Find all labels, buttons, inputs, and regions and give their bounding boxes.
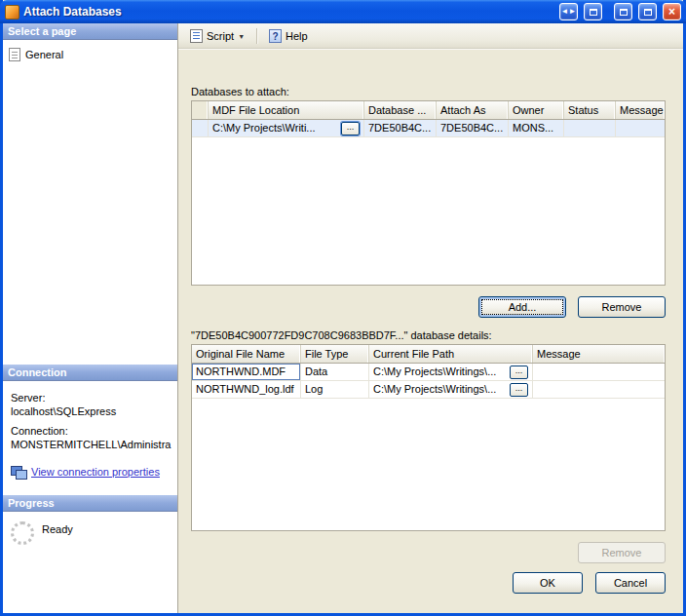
details-grid-empty-area (192, 399, 665, 530)
script-label: Script (207, 30, 234, 42)
progress-status: Ready (42, 521, 73, 535)
col-status: Status (564, 101, 616, 119)
mdf-file-location-cell: C:\My Projects\Writi... ... (209, 120, 364, 136)
close-button[interactable]: × (663, 3, 681, 20)
minimize-button[interactable] (614, 3, 632, 20)
col-current-file-path: Current File Path (369, 345, 533, 363)
toolbar: Script ▼ ? Help (178, 23, 683, 49)
connection-properties-icon (11, 466, 25, 478)
script-button[interactable]: Script ▼ (184, 26, 250, 46)
attach-as-cell[interactable]: 7DE50B4C... (437, 120, 509, 136)
main-body: Databases to attach: MDF File Location D… (178, 49, 683, 560)
details-table-row[interactable]: NORTHWND.MDF Data C:\My Projects\Writing… (192, 364, 665, 381)
attach-table-row[interactable]: C:\My Projects\Writi... ... 7DE50B4C... … (192, 120, 665, 137)
view-connection-properties-link[interactable]: View connection properties (31, 465, 160, 479)
sidebar-item-label: General (25, 49, 63, 60)
server-label: Server: (11, 391, 170, 404)
dock-arrows-button[interactable]: ◄► (559, 3, 578, 20)
details-table-row[interactable]: NORTHWND_log.ldf Log C:\My Projects\Writ… (192, 381, 665, 399)
attach-grid-empty-area (192, 137, 665, 285)
col-owner: Owner (509, 101, 564, 119)
maximize-button[interactable] (638, 3, 657, 20)
file-type-cell: Data (301, 364, 369, 380)
main-panel: Script ▼ ? Help Databases to attach: MDF… (178, 23, 683, 613)
status-cell (564, 120, 616, 136)
file-type-cell: Log (301, 381, 369, 398)
current-file-path-cell: C:\My Projects\Writings\... ... (369, 381, 533, 398)
toolbar-separator (256, 28, 257, 44)
window-title: Attach Databases (23, 5, 553, 19)
browse-path-button[interactable]: ... (510, 383, 528, 397)
owner-cell[interactable]: MONS... (509, 120, 564, 136)
message-cell (533, 364, 665, 380)
attach-databases-dialog: Attach Databases ◄► × Select a page Gene… (0, 0, 686, 616)
col-database: Database ... (364, 101, 437, 119)
connection-header: Connection (3, 365, 177, 381)
window-icon (620, 9, 628, 16)
progress-spinner-icon (11, 521, 34, 545)
pages-list: General (3, 40, 177, 365)
message-cell (533, 381, 665, 398)
sidebar-item-general[interactable]: General (9, 48, 172, 61)
connection-label: Connection: (11, 424, 170, 438)
chevron-down-icon: ▼ (238, 31, 245, 40)
ok-button[interactable]: OK (513, 572, 583, 594)
progress-info: Ready (3, 512, 177, 613)
attach-databases-icon (5, 5, 19, 19)
remove-button[interactable]: Remove (578, 296, 666, 318)
attach-grid-header: MDF File Location Database ... Attach As… (192, 101, 665, 120)
col-attach-as: Attach As (437, 101, 509, 119)
help-button[interactable]: ? Help (263, 26, 314, 46)
original-file-name-cell: NORTHWND.MDF (192, 364, 301, 380)
browse-path-button[interactable]: ... (510, 366, 528, 379)
connection-info: Server: localhost\SQLExpress Connection:… (3, 381, 177, 495)
database-details-label: "7DE50B4C900772FD9C708C9683BBD7F..." dat… (191, 329, 666, 341)
col-message: Message (616, 101, 665, 119)
col-file-type: File Type (301, 345, 369, 363)
database-cell: 7DE50B4C... (364, 120, 437, 136)
database-details-grid: Original File Name File Type Current Fil… (191, 344, 666, 531)
connection-value: MONSTERMITCHELL\Administra (11, 438, 170, 451)
script-icon (190, 29, 203, 43)
select-a-page-header: Select a page (3, 23, 177, 40)
message-cell (616, 120, 665, 136)
help-label: Help (286, 30, 308, 42)
col-message: Message (533, 345, 665, 363)
row-header-cell (192, 101, 209, 119)
cancel-button[interactable]: Cancel (595, 572, 666, 594)
window-icon (590, 9, 597, 16)
current-file-path-cell: C:\My Projects\Writings\... ... (369, 364, 533, 380)
help-icon: ? (269, 29, 282, 43)
window-icon (644, 9, 652, 16)
databases-to-attach-label: Databases to attach: (191, 86, 666, 97)
databases-to-attach-grid: MDF File Location Database ... Attach As… (191, 100, 666, 286)
original-file-name-cell: NORTHWND_log.ldf (192, 381, 301, 398)
title-bar: Attach Databases ◄► × (0, 0, 686, 23)
row-selector[interactable] (192, 120, 209, 136)
page-icon (9, 48, 20, 61)
server-value: localhost\SQLExpress (11, 404, 170, 418)
float-window-button[interactable] (584, 3, 602, 20)
browse-mdf-button[interactable]: ... (341, 122, 360, 135)
col-mdf-file-location: MDF File Location (209, 101, 364, 119)
dialog-footer: OK Cancel (178, 560, 683, 613)
progress-header: Progress (3, 495, 177, 512)
col-original-file-name: Original File Name (192, 345, 301, 363)
sidebar: Select a page General Connection Server:… (3, 23, 178, 613)
add-button[interactable]: Add... (478, 296, 566, 318)
details-grid-header: Original File Name File Type Current Fil… (192, 345, 665, 364)
